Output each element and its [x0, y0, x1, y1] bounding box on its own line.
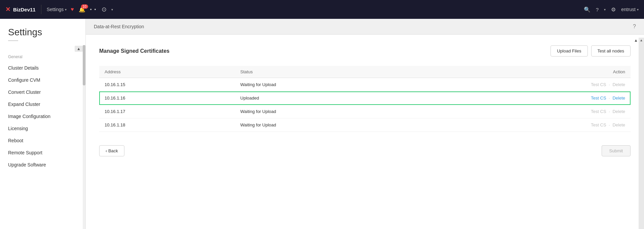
- sidebar-item-expand-cluster[interactable]: Expand Cluster: [0, 98, 85, 110]
- status-cell: Uploaded: [235, 91, 436, 105]
- test-cs-link[interactable]: Test CS: [591, 96, 606, 101]
- test-cs-disabled: Test CS: [591, 122, 606, 127]
- status-cell: Waiting for Upload: [235, 118, 436, 132]
- address-cell: 10.16.1.18: [99, 118, 235, 132]
- test-cs-disabled: Test CS: [591, 82, 606, 87]
- notification-badge: 10: [81, 4, 88, 9]
- right-scrollbar: ▲: [639, 38, 644, 229]
- action-separator: ·: [609, 109, 611, 114]
- delete-disabled: Delete: [612, 82, 625, 87]
- content-footer: ‹ Back Submit: [99, 145, 631, 156]
- delete-link[interactable]: Delete: [612, 96, 625, 101]
- table-row: 10.16.1.17 Waiting for Upload Test CS · …: [99, 105, 631, 118]
- table-row: 10.16.1.15 Waiting for Upload Test CS · …: [99, 78, 631, 91]
- delete-disabled: Delete: [612, 109, 625, 114]
- upload-files-button[interactable]: Upload Files: [551, 45, 588, 56]
- action-cell: Test CS · Delete: [436, 78, 631, 91]
- col-action: Action: [436, 66, 631, 78]
- sidebar-item-remote-support[interactable]: Remote Support: [0, 147, 85, 159]
- submit-button[interactable]: Submit: [602, 145, 631, 156]
- test-cs-disabled: Test CS: [591, 109, 606, 114]
- circle-chevron-icon[interactable]: ▾: [111, 8, 113, 11]
- table-row-highlighted: 10.16.1.16 Uploaded Test CS · Delete: [99, 91, 631, 105]
- close-icon[interactable]: ✕: [5, 6, 10, 13]
- topnav-right: 🔍 ? ▾ ⚙ entrust ▾: [584, 6, 639, 13]
- main-header: Data-at-Rest Encryption ?: [86, 19, 644, 35]
- topnav-icons: ♥ 🔔 10 • • ⊙ ▾: [71, 6, 113, 13]
- settings-nav-item[interactable]: Settings ▾: [47, 7, 67, 12]
- help-chevron-icon[interactable]: ▾: [604, 8, 606, 11]
- back-button[interactable]: ‹ Back: [99, 145, 124, 156]
- status-cell: Waiting for Upload: [235, 78, 436, 91]
- sidebar-title: Settings: [0, 19, 85, 40]
- col-address: Address: [99, 66, 235, 78]
- sidebar-scrollbar-track: [83, 45, 85, 229]
- heartbeat-icon[interactable]: ♥: [71, 6, 74, 12]
- user-menu[interactable]: entrust ▾: [621, 7, 639, 12]
- sidebar-divider: [8, 40, 18, 41]
- content-help-icon[interactable]: ?: [633, 24, 636, 30]
- action-cell: Test CS · Delete: [436, 118, 631, 132]
- user-label: entrust: [621, 7, 636, 12]
- action-separator: ·: [609, 122, 611, 127]
- sidebar-item-cluster-details[interactable]: Cluster Details: [0, 62, 85, 74]
- gear-icon[interactable]: ⚙: [611, 6, 616, 13]
- sidebar-item-upgrade-software[interactable]: Upgrade Software: [0, 159, 85, 171]
- action-separator: ·: [609, 96, 611, 101]
- section-header: Manage Signed Certificates Upload Files …: [99, 45, 631, 56]
- sidebar-item-licensing[interactable]: Licensing: [0, 122, 85, 135]
- sidebar-scroll-up-button[interactable]: ▲: [75, 46, 83, 52]
- brand-area: ✕ BizDev11: [5, 6, 36, 13]
- app-name: BizDev11: [13, 7, 36, 12]
- main-content: Data-at-Rest Encryption ? ▲ Manage Signe…: [86, 19, 644, 229]
- topnav-left: ✕ BizDev11 Settings ▾ ♥ 🔔 10 • • ⊙ ▾: [5, 5, 578, 14]
- table-row: 10.16.1.18 Waiting for Upload Test CS · …: [99, 118, 631, 132]
- settings-chevron-icon: ▾: [65, 8, 67, 11]
- status-cell: Waiting for Upload: [235, 105, 436, 118]
- sidebar-scrollbar-thumb[interactable]: [83, 45, 85, 85]
- sidebar-section-general: General: [0, 53, 85, 62]
- bell-icon[interactable]: 🔔 10: [79, 6, 85, 13]
- settings-label: Settings: [47, 7, 64, 12]
- test-all-nodes-button[interactable]: Test all nodes: [591, 45, 631, 56]
- section-title: Manage Signed Certificates: [99, 48, 169, 54]
- scroll-up-icon[interactable]: ▲: [640, 38, 643, 42]
- section-buttons: Upload Files Test all nodes: [551, 45, 631, 56]
- action-cell: Test CS · Delete: [436, 91, 631, 105]
- sidebar-item-image-configuration[interactable]: Image Configuration: [0, 110, 85, 122]
- sidebar: Settings ▲ General Cluster Details Confi…: [0, 19, 86, 229]
- nav-divider: [41, 5, 41, 14]
- top-navigation: ✕ BizDev11 Settings ▾ ♥ 🔔 10 • • ⊙ ▾ 🔍 ?…: [0, 0, 644, 19]
- sidebar-nav: ▲ General Cluster Details Configure CVM …: [0, 45, 85, 229]
- sidebar-item-configure-cvm[interactable]: Configure CVM: [0, 74, 85, 86]
- content-scroll-up[interactable]: ▲: [634, 37, 638, 43]
- more-dots-icon[interactable]: • •: [90, 7, 97, 12]
- circle-icon[interactable]: ⊙: [102, 6, 107, 13]
- action-cell: Test CS · Delete: [436, 105, 631, 118]
- table-header-row: Address Status Action: [99, 66, 631, 78]
- col-status: Status: [235, 66, 436, 78]
- certificates-table: Address Status Action 10.16.1.15 Waiting…: [99, 66, 631, 132]
- search-icon[interactable]: 🔍: [584, 6, 591, 13]
- help-icon[interactable]: ?: [596, 7, 599, 12]
- action-separator: ·: [609, 82, 610, 87]
- page-breadcrumb: Data-at-Rest Encryption: [94, 24, 144, 29]
- content-area: ▲ Manage Signed Certificates Upload File…: [86, 35, 644, 229]
- user-chevron-icon: ▾: [637, 8, 639, 11]
- page-layout: Settings ▲ General Cluster Details Confi…: [0, 19, 644, 229]
- address-cell: 10.16.1.15: [99, 78, 235, 91]
- address-cell: 10.16.1.16: [99, 91, 235, 105]
- address-cell: 10.16.1.17: [99, 105, 235, 118]
- sidebar-item-convert-cluster[interactable]: Convert Cluster: [0, 86, 85, 98]
- sidebar-item-reboot[interactable]: Reboot: [0, 135, 85, 147]
- delete-disabled: Delete: [612, 122, 625, 127]
